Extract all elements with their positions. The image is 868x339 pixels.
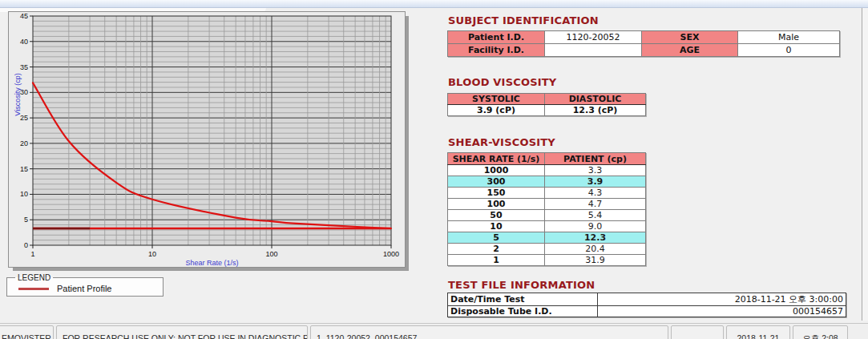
shear-rate-cell: 50: [448, 210, 545, 221]
subject-identification-table: Patient I.D. 1120-20052 SEX Male Facilit…: [447, 30, 840, 57]
viscosity-chart-panel: 0510152025303540451101001000Shear Rate (…: [8, 11, 406, 268]
shear-rate-cell: 1000: [448, 165, 545, 176]
test-file-information-table: Date/Time Test 2018-11-21 오후 3:00:00 Dis…: [447, 293, 846, 317]
svg-text:Shear Rate (1/s): Shear Rate (1/s): [185, 259, 238, 267]
status-disclaimer: FOR RESEARCH USE ONLY: NOT FOR USE IN DI…: [56, 325, 308, 339]
shear-rate-cell: 2: [448, 244, 545, 255]
status-file-id: 1_1120-20052_000154657: [310, 325, 668, 339]
subject-identification-title: SUBJECT IDENTIFICATION: [448, 14, 599, 26]
svg-text:15: 15: [20, 165, 28, 173]
window-top-strip: [0, 0, 868, 8]
shear-rate-cell: 10: [448, 221, 545, 232]
patient-id-label: Patient I.D.: [448, 31, 545, 44]
legend-entry-label: Patient Profile: [57, 284, 111, 293]
diastolic-value: 12.3 (cP): [545, 105, 646, 116]
table-row: SYSTOLIC DIASTOLIC: [448, 94, 646, 105]
table-row: 10003.3: [448, 165, 646, 176]
shear-rate-cell: 1: [448, 255, 545, 266]
status-date: 2018-11-21: [726, 325, 790, 339]
panel-right-border: [862, 8, 862, 321]
patient-cp-cell: 20.4: [545, 244, 646, 255]
table-row: Patient I.D. 1120-20052 SEX Male: [448, 31, 840, 44]
svg-text:45: 45: [20, 12, 28, 20]
patient-cp-header: PATIENT (cp): [545, 153, 646, 165]
svg-text:35: 35: [20, 63, 28, 71]
panel-right-margin: [862, 8, 868, 321]
patient-cp-cell: 9.0: [545, 221, 646, 232]
patient-cp-cell: 4.7: [545, 199, 646, 210]
status-time: 오후 2:08: [793, 325, 848, 339]
svg-text:10: 10: [20, 190, 28, 198]
date-time-test-label: Date/Time Test: [448, 293, 598, 306]
svg-text:0: 0: [24, 241, 28, 249]
date-time-test-value: 2018-11-21 오후 3:00:00: [598, 293, 846, 306]
shear-viscosity-graph[interactable]: 0510152025303540451101001000Shear Rate (…: [9, 12, 405, 267]
shear-viscosity-table: SHEAR RATE (1/s) PATIENT (cp) 10003.3 30…: [447, 152, 646, 266]
table-row: 1004.7: [448, 199, 646, 210]
svg-text:1000: 1000: [383, 250, 399, 258]
table-row: Facility I.D. AGE 0: [448, 44, 840, 57]
patient-profile-line-sample: [18, 288, 49, 290]
svg-text:20: 20: [20, 139, 28, 147]
svg-text:1: 1: [30, 250, 34, 258]
patient-cp-cell: 3.9: [545, 176, 646, 188]
table-row: 3003.9: [448, 176, 646, 188]
systolic-header: SYSTOLIC: [448, 94, 545, 105]
legend-box: LEGEND Patient Profile: [6, 273, 164, 297]
svg-text:100: 100: [265, 250, 277, 258]
shear-viscosity-title: SHEAR-VISCOSITY: [448, 136, 555, 148]
table-row: 3.9 (cP) 12.3 (cP): [448, 105, 646, 116]
shear-rate-cell: 150: [448, 188, 545, 199]
test-file-information-title: TEST FILE INFORMATION: [448, 279, 595, 291]
patient-cp-cell: 3.3: [545, 165, 646, 176]
patient-cp-cell: 12.3: [545, 232, 646, 244]
age-label: AGE: [642, 44, 738, 57]
table-row: 512.3: [448, 232, 646, 244]
status-spare-cell: [671, 325, 724, 339]
status-bar: EMOVISTER FOR RESEARCH USE ONLY: NOT FOR…: [0, 323, 868, 339]
age-value: 0: [738, 44, 840, 57]
diastolic-header: DIASTOLIC: [545, 94, 646, 105]
disposable-tube-id-value: 000154657: [598, 306, 846, 317]
shear-rate-header: SHEAR RATE (1/s): [448, 153, 545, 165]
facility-id-label: Facility I.D.: [448, 44, 545, 57]
patient-id-value: 1120-20052: [545, 31, 642, 44]
systolic-value: 3.9 (cP): [448, 105, 545, 116]
legend-title: LEGEND: [15, 273, 53, 282]
table-row: 505.4: [448, 210, 646, 221]
svg-text:Viscosity (cp): Viscosity (cp): [14, 73, 22, 115]
svg-text:5: 5: [24, 216, 28, 224]
disposable-tube-id-label: Disposable Tube I.D.: [448, 306, 598, 317]
patient-cp-cell: 4.3: [545, 188, 646, 199]
patient-cp-cell: 31.9: [545, 255, 646, 266]
table-row: Disposable Tube I.D. 000154657: [448, 306, 846, 317]
shear-rate-cell: 300: [448, 176, 545, 188]
blood-viscosity-table: SYSTOLIC DIASTOLIC 3.9 (cP) 12.3 (cP): [447, 93, 646, 116]
table-header-row: SHEAR RATE (1/s) PATIENT (cp): [448, 153, 646, 165]
shear-rate-cell: 100: [448, 199, 545, 210]
table-row: 220.4: [448, 244, 646, 255]
blood-viscosity-title: BLOOD VISCOSITY: [448, 76, 556, 88]
table-row: Date/Time Test 2018-11-21 오후 3:00:00: [448, 293, 846, 306]
table-row: 131.9: [448, 255, 646, 266]
svg-text:10: 10: [148, 250, 156, 258]
sex-value: Male: [738, 31, 840, 44]
sex-label: SEX: [642, 31, 738, 44]
table-row: 1504.3: [448, 188, 646, 199]
status-app-name: EMOVISTER: [0, 325, 54, 339]
shear-rate-cell: 5: [448, 232, 545, 244]
svg-text:40: 40: [20, 38, 28, 46]
patient-cp-cell: 5.4: [545, 210, 646, 221]
table-row: 109.0: [448, 221, 646, 232]
facility-id-value: [545, 44, 642, 57]
